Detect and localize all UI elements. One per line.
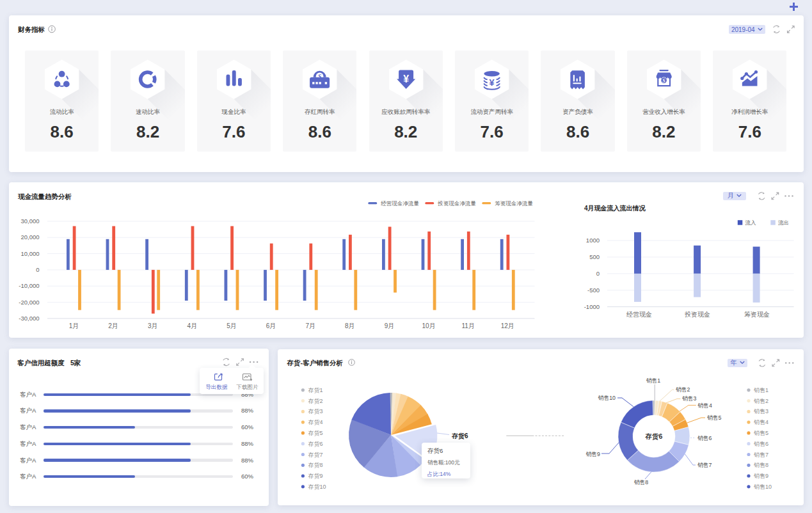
svg-text:下载图片: 下载图片 <box>236 383 259 390</box>
svg-text:销售1: 销售1 <box>646 377 661 384</box>
svg-text:存货6: 存货6 <box>645 432 663 441</box>
svg-text:销售9: 销售9 <box>586 451 601 457</box>
svg-text:销售5: 销售5 <box>707 414 722 421</box>
svg-text:销售8: 销售8 <box>634 479 649 485</box>
svg-text:销售10: 销售10 <box>598 395 616 401</box>
svg-text:销售7: 销售7 <box>697 462 712 468</box>
svg-text:销售6: 销售6 <box>697 435 712 441</box>
svg-text:销售2: 销售2 <box>676 386 690 393</box>
svg-text:销售4: 销售4 <box>697 402 712 409</box>
svg-text:销售3: 销售3 <box>682 395 697 402</box>
svg-text:导出数据: 导出数据 <box>206 383 228 390</box>
